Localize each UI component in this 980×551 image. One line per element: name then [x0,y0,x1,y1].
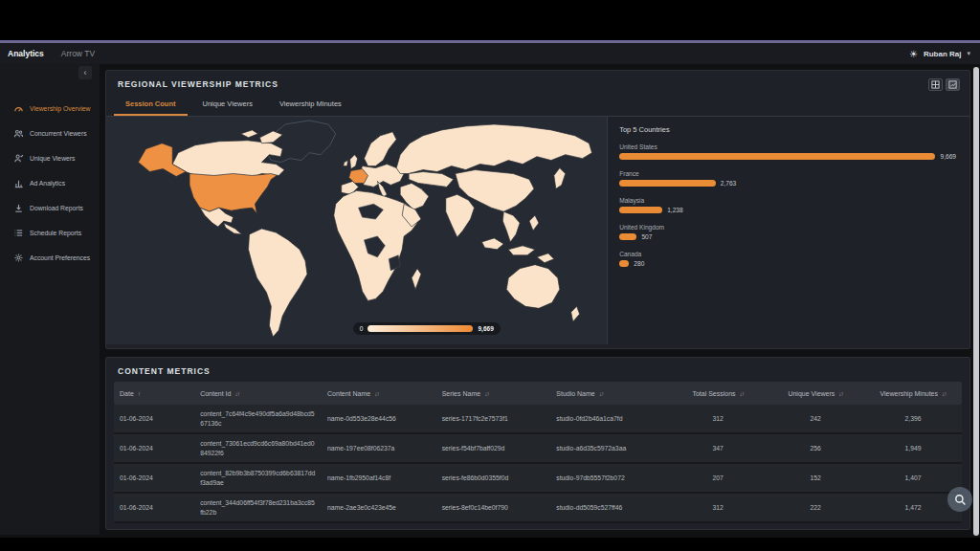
sort-icon[interactable]: ↓↑ [740,390,745,397]
sort-icon[interactable]: ↓↑ [599,390,604,397]
country-bar[interactable] [619,233,636,240]
country-bar[interactable] [619,180,716,187]
cell-series-name: series-f54bf7baff029d [436,440,551,456]
country-value: 9,669 [940,153,956,160]
cell-studio-name: studio-dd5059c527ff46 [550,499,669,516]
sidebar-item-label: Account Preferences [30,254,90,261]
map-legend: 0 9,669 [353,322,501,335]
sidebar-item-schedule-reports[interactable]: Schedule Reports [0,225,100,241]
sidebar-item-viewership-overview[interactable]: Viewership Overview [0,100,100,117]
country-bar-item: France 2,763 [619,170,956,187]
gauge-icon [13,103,24,114]
country-name: Malaysia [619,197,956,204]
chart-view-icon[interactable] [946,78,960,91]
sort-icon[interactable]: ↑ [138,390,140,397]
world-choropleth-map[interactable] [106,117,607,344]
country-value: 280 [634,260,644,267]
zoom-fab-button[interactable] [947,487,972,512]
column-label: Content Name [327,390,370,397]
regional-body: 0 9,669 Top 5 Countries United [106,117,969,344]
sidebar-item-unique-viewers[interactable]: Unique Viewers [0,150,100,166]
country-name: France [619,170,956,177]
cell-unique-viewers: 222 [767,499,864,516]
cell-content-name: name-197ee08f06237a [322,440,436,456]
sort-icon[interactable]: ↓↑ [234,390,239,397]
sort-icon[interactable]: ↓↑ [838,390,843,397]
column-header[interactable]: Content Id ↓↑ [194,390,322,397]
country-name: Canada [619,251,956,257]
sort-icon[interactable]: ↓↑ [484,390,489,397]
cell-content-name: name-2ae3e0c423e45e [322,499,436,516]
table-view-icon[interactable] [928,78,943,91]
sidebar-item-account-preferences[interactable]: Account Preferences [0,250,100,266]
cell-viewership-minutes: 1,407 [864,470,962,486]
column-label: Date [120,390,134,397]
cell-total-sessions: 312 [669,410,767,427]
sidebar-nav: Viewership Overview Concurrent Viewers U… [0,100,100,266]
column-header[interactable]: Unique Viewers ↓↑ [767,390,864,397]
table-row[interactable]: 01-06-2024 content_344d06ff54f3f78ed231b… [114,494,962,523]
table-body: 01-06-2024 content_7c64f4c9e490df5a6a9d4… [114,405,962,523]
column-header[interactable]: Series Name ↓↑ [436,390,551,397]
column-header[interactable]: Content Name ↓↑ [322,390,436,397]
cell-series-name: series-8ef0c14be0f790 [436,499,551,516]
sidebar-item-download-reports[interactable]: Download Reports [0,200,100,216]
cell-unique-viewers: 256 [767,440,864,456]
sidebar-collapse-button[interactable]: ‹ [78,66,92,79]
sidebar-item-label: Download Reports [30,205,83,211]
cell-date: 01-06-2024 [114,410,194,427]
country-bar-item: Canada 280 [619,251,956,267]
country-value: 1,238 [667,207,683,213]
column-header[interactable]: Date ↑ [114,390,194,397]
content-metrics-table: Date ↑ Content Id ↓↑ Content Name ↓↑ Ser… [106,382,969,523]
country-bar-item: United States 9,669 [619,143,956,160]
vertical-scrollbar[interactable] [973,67,979,536]
sun-icon[interactable]: ☀ [909,49,918,59]
world-map-panel: 0 9,669 [106,117,607,344]
tab-viewership-minutes[interactable]: Viewership Minutes [268,95,353,116]
column-label: Unique Viewers [788,390,835,397]
top-countries-panel: Top 5 Countries United States 9,669 [607,117,969,344]
column-header[interactable]: Total Sessions ↓↑ [669,390,767,397]
list-icon [13,228,24,238]
column-label: Studio Name [556,390,594,397]
column-header[interactable]: Viewership Minutes ↓↑ [864,390,962,397]
cell-unique-viewers: 242 [767,410,864,427]
table-row[interactable]: 01-06-2024 content_82b9b3b8750399cd6b638… [114,464,962,494]
country-value: 507 [641,233,652,240]
country-bar[interactable] [619,260,629,267]
column-label: Viewership Minutes [880,390,938,397]
user-menu[interactable]: ☀ Ruban Raj ▾ [909,49,970,59]
main-area: ‹ Viewership Overview Concurrent Viewers [0,64,980,535]
regional-tabs: Session Count Unique Viewers Viewership … [106,95,969,117]
view-toggle-group [928,78,960,91]
country-bar[interactable] [619,153,935,160]
table-row[interactable]: 01-06-2024 content_7c64f4c9e490df5a6a9d4… [114,405,962,434]
screen: Analytics Arrow TV ☀ Ruban Raj ▾ ‹ Viewe [0,0,980,551]
sort-icon[interactable]: ↓↑ [942,390,947,397]
column-label: Total Sessions [692,390,735,397]
table-header-row: Date ↑ Content Id ↓↑ Content Name ↓↑ Ser… [114,382,962,405]
table-row[interactable]: 01-06-2024 content_73061ecd9cd6c69a80bd4… [114,434,962,464]
column-header[interactable]: Studio Name ↓↑ [550,390,669,397]
cell-content-id: content_344d06ff54f3f78ed231ba3cc85fb22b [194,495,322,519]
sidebar-item-label: Unique Viewers [30,155,75,162]
regional-viewership-card: REGIONAL VIEWERSHIP METRICS Session Coun… [105,70,970,349]
top-countries-list: United States 9,669 France [619,143,956,267]
bar-chart-icon [13,178,24,188]
user-badge-icon [13,153,24,164]
tab-unique-viewers[interactable]: Unique Viewers [191,95,264,116]
tab-session-count[interactable]: Session Count [114,95,188,116]
content-area: REGIONAL VIEWERSHIP METRICS Session Coun… [100,64,980,535]
tab-analytics[interactable]: Analytics [8,49,44,58]
user-name: Ruban Raj [924,50,962,58]
chevron-down-icon: ▾ [967,50,970,57]
cell-date: 01-06-2024 [114,470,194,486]
sidebar-item-concurrent-viewers[interactable]: Concurrent Viewers [0,125,100,142]
country-bar[interactable] [619,207,662,213]
sort-icon[interactable]: ↓↑ [374,390,379,397]
tab-arrow-tv[interactable]: Arrow TV [61,49,95,58]
cell-content-id: content_7c64f4c9e490df5a6a9d48bcd567136c [194,406,322,430]
sidebar-item-ad-analytics[interactable]: Ad Analytics [0,175,100,191]
legend-min-value: 0 [360,325,364,332]
